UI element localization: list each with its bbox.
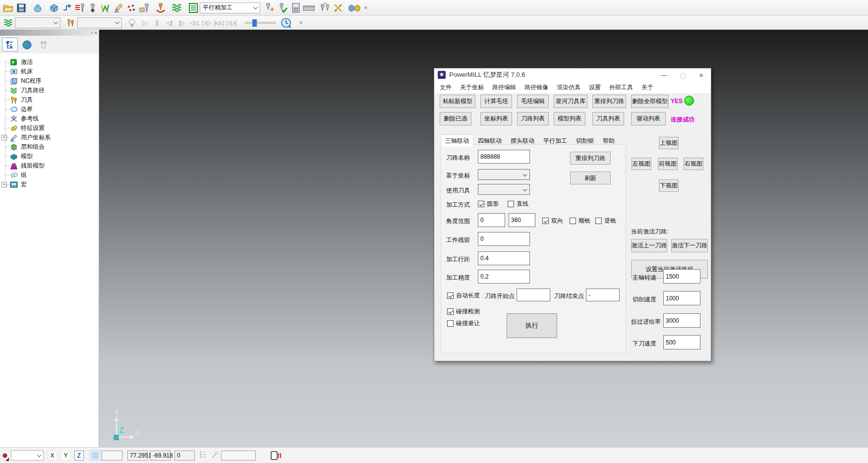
view-right-button[interactable]: 右视图 — [684, 158, 703, 170]
menu-about[interactable]: 关于 — [641, 83, 653, 92]
rewind-icon[interactable]: ◁◁ — [188, 19, 200, 26]
collision-check-checkbox[interactable]: 碰撞检测 — [447, 307, 480, 316]
clock-icon[interactable] — [280, 16, 292, 29]
delete-all-models-button[interactable]: 删除全部模型 — [631, 95, 669, 108]
play-icon[interactable]: ▷ — [138, 19, 151, 26]
panel-float-icon[interactable]: ▫ — [91, 31, 93, 35]
tree-item-workplanes[interactable]: + 用户坐标系 — [0, 133, 99, 142]
tab-3axis[interactable]: 三轴联动 — [441, 134, 473, 147]
block-icon[interactable] — [48, 1, 60, 14]
tree-item-nc-programs[interactable]: NC程序 — [0, 76, 99, 86]
grid-size-input[interactable] — [102, 451, 122, 461]
cutting-feed-input[interactable] — [663, 291, 700, 305]
climb-checkbox[interactable]: 顺铣 — [570, 217, 590, 225]
ballnose-tool-icon[interactable] — [86, 1, 99, 14]
angle-start-input[interactable] — [478, 213, 505, 227]
step-forward-icon[interactable]: |▷ — [175, 19, 188, 26]
calculator-icon[interactable] — [289, 1, 302, 14]
menu-render-sim[interactable]: 渲染仿真 — [557, 83, 580, 92]
refresh-button[interactable]: 刷新 — [570, 172, 611, 184]
tree-item-machine-tool[interactable]: 机床 — [0, 67, 99, 76]
menu-external-tools[interactable]: 外部工具 — [609, 83, 633, 92]
menu-settings[interactable]: 设置 — [589, 83, 601, 92]
tree-item-feature-sets[interactable]: 特征设置 — [0, 123, 99, 133]
paste-model-button[interactable]: 粘贴新模型 — [440, 95, 475, 108]
pause-indicator-icon[interactable] — [271, 451, 282, 461]
checkbox-box[interactable] — [508, 201, 514, 207]
tree-item-boundaries[interactable]: 边界 — [0, 105, 99, 114]
bidirectional-checkbox[interactable]: 双向 — [542, 217, 563, 225]
rearrange-button[interactable]: 重排列刀路 — [570, 152, 611, 165]
speed-slider[interactable] — [245, 22, 276, 24]
grid-toggle-button[interactable] — [90, 450, 101, 461]
stock-remain-input[interactable] — [478, 232, 530, 246]
checkbox-box[interactable] — [447, 308, 454, 315]
model-list-button[interactable]: 模型列表 — [554, 112, 585, 125]
tool-block-icon[interactable] — [138, 1, 151, 14]
explorer-tree-tab[interactable] — [2, 38, 18, 52]
tolerance-input[interactable] — [478, 270, 530, 284]
spindle-speed-input[interactable] — [663, 269, 700, 284]
stepover-input[interactable] — [478, 251, 530, 265]
view-left-button[interactable]: 左视图 — [632, 158, 651, 170]
delete-selected-button[interactable]: 删除已选 — [440, 112, 471, 125]
tool-library-button[interactable]: 星河刀具库 — [554, 95, 587, 108]
checkbox-box[interactable] — [595, 218, 602, 224]
save-project-icon[interactable] — [15, 1, 28, 14]
toolbar-close-button[interactable]: × — [361, 4, 371, 11]
menu-file[interactable]: 文件 — [440, 83, 452, 92]
dialog-titlebar[interactable]: PowerMILL 忆梦星河 7.0.6 — ▢ × — [434, 68, 711, 81]
x-axis-button[interactable]: X — [48, 451, 57, 461]
print-icon[interactable] — [31, 1, 44, 14]
pause-icon[interactable]: || — [151, 19, 163, 26]
line-checkbox[interactable]: 直线 — [508, 200, 528, 208]
rapid-move-icon[interactable] — [60, 1, 73, 14]
tree-item-patterns[interactable]: 参考线 — [0, 114, 99, 123]
y-axis-button[interactable]: Y — [61, 451, 70, 461]
explorer-panel-header[interactable]: ▫ × — [0, 30, 99, 36]
tree-item-toolpaths[interactable]: 刀具路径 — [0, 86, 99, 95]
drive-list-button[interactable]: 驱动列表 — [631, 112, 666, 125]
menu-path-edit[interactable]: 路径编辑 — [492, 83, 516, 92]
toolbar-close-button[interactable]: × — [296, 19, 306, 26]
tree-item-activate[interactable]: 激活 — [0, 58, 99, 67]
toolpath-list-button[interactable]: 刀路列表 — [517, 112, 549, 125]
checkbox-box[interactable] — [570, 218, 576, 224]
tree-item-tools[interactable]: 刀具 — [0, 95, 99, 105]
angle-end-input[interactable] — [509, 213, 535, 227]
minimize-button[interactable]: — — [661, 72, 667, 78]
points-icon[interactable] — [125, 1, 138, 14]
block-edit-button[interactable]: 毛坯编辑 — [517, 95, 549, 108]
view-bottom-button[interactable]: 下视图 — [659, 179, 679, 192]
go-start-icon[interactable]: |◁◁ — [213, 19, 225, 26]
tree-item-stock-models[interactable]: 残留模型 — [0, 161, 99, 171]
calc-block-button[interactable]: 计算毛坯 — [480, 95, 512, 108]
menu-coords[interactable]: 关于坐标 — [460, 83, 484, 92]
maximize-button[interactable]: ▢ — [680, 72, 686, 78]
tool-list-button[interactable]: 刀具列表 — [592, 112, 624, 125]
tree-item-groups[interactable]: 组 — [0, 171, 99, 180]
tool-combobox[interactable] — [77, 17, 122, 28]
close-button[interactable]: × — [699, 72, 703, 78]
tree-item-macros[interactable]: + 宏 — [0, 180, 99, 189]
menu-path-mirror[interactable]: 路径镜像 — [524, 83, 548, 92]
use-tool-combobox[interactable] — [478, 184, 530, 195]
zlevel-tool-icon[interactable] — [73, 1, 86, 14]
activate-prev-button[interactable]: 激活上一刀路 — [631, 239, 667, 252]
checkbox-box[interactable] — [542, 218, 549, 224]
blocks-pair-icon[interactable] — [348, 1, 361, 14]
toolpath-name-input[interactable] — [478, 150, 530, 164]
swap-axes-icon[interactable] — [332, 1, 345, 14]
ruler-icon[interactable] — [302, 1, 315, 14]
probe-icon[interactable] — [211, 451, 219, 461]
tool-verify-icon[interactable] — [277, 1, 289, 14]
view-front-button[interactable]: 前视图 — [658, 158, 678, 170]
rearrange-toolpaths-button[interactable]: 重排列刀路 — [592, 95, 626, 108]
skim-feed-input[interactable] — [663, 313, 700, 328]
simulation-arc-icon[interactable] — [154, 1, 167, 14]
panel-close-icon[interactable]: × — [95, 31, 97, 35]
explorer-globe-tab[interactable] — [19, 38, 35, 52]
activate-next-button[interactable]: 激活下一刀路 — [671, 239, 708, 252]
tree-item-levels-sets[interactable]: 层和组合 — [0, 142, 99, 152]
checkbox-box[interactable] — [447, 292, 454, 299]
